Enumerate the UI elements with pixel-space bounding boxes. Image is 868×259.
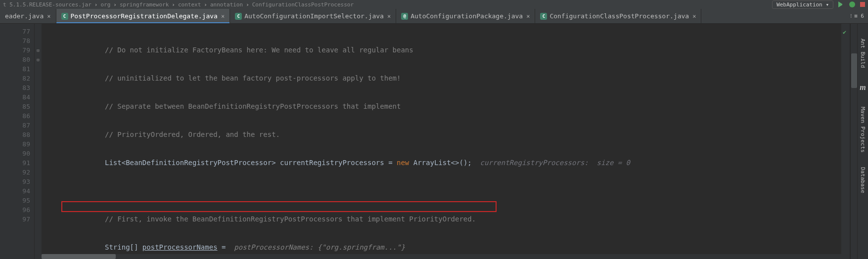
run-config-selector[interactable]: WebApplication ▾: [772, 0, 833, 9]
line-number: 97: [0, 215, 30, 224]
line-number: 84: [0, 92, 30, 102]
line-number: 91: [0, 158, 30, 168]
tab-overflow[interactable]: ⁝ ≡ 6: [846, 9, 868, 23]
line-number: 88: [0, 130, 30, 139]
inline-hint: currentRegistryProcessors: size = 0: [472, 159, 630, 167]
database-tool[interactable]: Database: [860, 167, 866, 193]
java-class-icon: C: [61, 13, 68, 20]
fold-column[interactable]: ⊟⊟: [35, 24, 42, 259]
java-class-icon: C: [540, 13, 547, 20]
marker-column: ✔: [841, 24, 850, 259]
minimap-scroll[interactable]: [850, 24, 857, 259]
debug-icon[interactable]: [849, 1, 855, 7]
line-number: 96: [0, 205, 30, 215]
code-comment: // uninitialized to let the bean factory…: [105, 74, 401, 82]
stop-icon[interactable]: [860, 2, 865, 7]
line-number: 95: [0, 196, 30, 205]
close-icon[interactable]: ×: [526, 13, 530, 20]
line-number: 81: [0, 64, 30, 74]
code-comment: // Separate between BeanDefinitionRegist…: [105, 102, 401, 110]
breadcrumb-pkg1[interactable]: org: [100, 1, 110, 8]
line-number: 90: [0, 149, 30, 158]
file-label: ConfigurationClassPostProcessor.java: [549, 12, 689, 20]
tab-postprocessorregistrationdelegate[interactable]: C PostProcessorRegistrationDelegate.java…: [56, 9, 230, 23]
breadcrumb-jar[interactable]: t 5.1.5.RELEASE-sources.jar: [3, 1, 91, 8]
close-icon[interactable]: ×: [47, 13, 50, 20]
line-number: 77: [0, 27, 30, 36]
line-number: 87: [0, 121, 30, 130]
file-label: eader.java: [5, 12, 44, 20]
tab-reader[interactable]: eader.java ×: [0, 9, 56, 23]
editor: 7778798081828384858687888990919293949596…: [0, 24, 868, 259]
file-label: PostProcessorRegistrationDelegate.java: [71, 12, 218, 20]
code-area[interactable]: // Do not initialize FactoryBeans here: …: [42, 24, 841, 259]
line-number: 80: [0, 55, 30, 64]
right-tool-rail: Ant Build m Maven Projects Database: [857, 24, 868, 259]
code-comment: // First, invoke the BeanDefinitionRegis…: [105, 215, 476, 223]
tab-overflow-icon: ⁝: [850, 13, 852, 19]
line-number: 85: [0, 102, 30, 111]
tab-autoconfigurationimportselector[interactable]: C AutoConfigurationImportSelector.java ×: [230, 9, 396, 23]
line-number: 79: [0, 45, 30, 55]
line-number: 89: [0, 139, 30, 149]
breadcrumb-class[interactable]: ConfigurationClassPostProcessor: [252, 1, 354, 8]
line-number: 92: [0, 168, 30, 177]
code-comment: // PriorityOrdered, Ordered, and the res…: [105, 130, 280, 138]
line-number: 82: [0, 74, 30, 83]
inline-hint: postProcessorNames: {"org.springfram..."…: [230, 243, 405, 251]
file-label: AutoConfigurationPackage.java: [411, 12, 523, 20]
close-icon[interactable]: ×: [387, 13, 391, 20]
breadcrumb-pkg3[interactable]: context: [178, 1, 201, 8]
code-comment: // Do not initialize FactoryBeans here: …: [105, 46, 413, 54]
breadcrumb-pkg2[interactable]: springframework: [120, 1, 169, 8]
horizontal-scrollbar[interactable]: [42, 254, 848, 259]
maven-projects-tool[interactable]: Maven Projects: [860, 107, 866, 153]
line-number: 86: [0, 111, 30, 121]
code-text: List<BeanDefinitionRegistryPostProcessor…: [105, 159, 397, 167]
tab-configurationclasspostprocessor[interactable]: C ConfigurationClassPostProcessor.java ×: [535, 9, 701, 23]
file-label: AutoConfigurationImportSelector.java: [244, 12, 384, 20]
breadcrumb-pkg4[interactable]: annotation: [210, 1, 243, 8]
highlight-annotation: [61, 201, 497, 212]
tab-autoconfigurationpackage[interactable]: @ AutoConfigurationPackage.java ×: [396, 9, 535, 23]
editor-tabs: eader.java × C PostProcessorRegistration…: [0, 9, 868, 24]
top-toolbar: t 5.1.5.RELEASE-sources.jar › org › spri…: [0, 0, 868, 9]
line-number: 83: [0, 83, 30, 92]
ant-build-tool[interactable]: Ant Build: [860, 39, 866, 68]
line-number: 78: [0, 36, 30, 45]
java-annotation-icon: @: [401, 13, 408, 20]
line-number: 93: [0, 177, 30, 186]
maven-icon: m: [860, 83, 866, 92]
java-class-icon: C: [235, 13, 242, 20]
close-icon[interactable]: ×: [221, 13, 225, 20]
line-number: 94: [0, 186, 30, 196]
line-gutter: 7778798081828384858687888990919293949596…: [0, 24, 35, 259]
close-icon[interactable]: ×: [692, 13, 696, 20]
scrollbar-thumb[interactable]: [42, 254, 116, 259]
run-icon[interactable]: [838, 1, 844, 7]
check-icon: ✔: [843, 29, 846, 36]
